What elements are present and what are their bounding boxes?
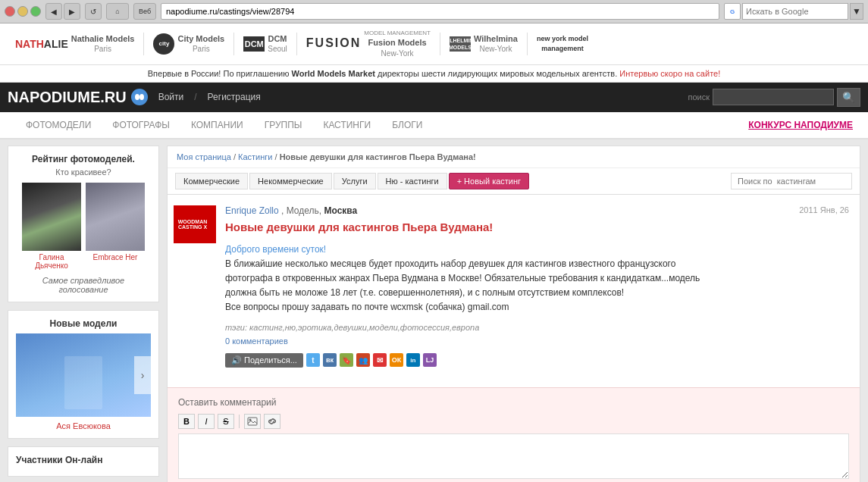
content-area: Рейтинг фотомоделей. Кто красивее? Галин…: [0, 146, 868, 482]
post-main: Enrique Zollo , Модель, Москва 2011 Янв,…: [225, 205, 849, 368]
menu-fotografy[interactable]: ФОТОГРАФЫ: [102, 112, 180, 138]
interview-link[interactable]: Интервью скоро на сайте!: [619, 69, 720, 78]
editor-divider: [239, 415, 240, 428]
woodman-logo: WOODMANCASTING X: [174, 205, 212, 243]
reload-btn[interactable]: ↺: [85, 3, 102, 20]
menu-gruppy[interactable]: ГРУППЫ: [254, 112, 313, 138]
main-search-input[interactable]: [713, 89, 834, 105]
editor-toolbar: B I S: [178, 414, 849, 429]
link-button[interactable]: [264, 414, 280, 429]
divider: [296, 33, 297, 55]
nymm-logo: new york modelmanagement: [537, 34, 588, 53]
sidebar: Рейтинг фотомоделей. Кто красивее? Галин…: [8, 146, 159, 482]
new-model-wrapper: ›: [16, 333, 151, 417]
vk-share-icon[interactable]: вк: [323, 353, 337, 367]
menu-fotomodeli[interactable]: ФОТОМОДЕЛИ: [15, 112, 102, 138]
tab-commercial[interactable]: Коммерческие: [175, 173, 248, 189]
speaker-icon: 🔊: [231, 355, 242, 365]
image-button[interactable]: [244, 414, 261, 429]
castings-search-input[interactable]: [731, 173, 852, 189]
rating-box: Рейтинг фотомоделей. Кто красивее? Галин…: [8, 146, 159, 302]
main-nav: NAPODIUME.RU Войти / Регистрация поиск 🔍: [0, 83, 868, 112]
divider: [527, 33, 528, 55]
bookmark-share-icon[interactable]: 🔖: [340, 353, 353, 367]
share-button[interactable]: 🔊 Поделиться...: [225, 353, 303, 368]
bold-button[interactable]: B: [178, 414, 195, 429]
rating-photos: ГалинаДьяченко Embrace Her: [16, 183, 151, 270]
breadcrumb: Моя страница / Кастинги / Новые девушки …: [168, 146, 860, 168]
header-banner: NATHALIE Nathalie Models Paris city City…: [0, 23, 868, 65]
register-link[interactable]: Регистрация: [205, 86, 264, 108]
brand-dcm: DCM DCM Seoul: [243, 33, 287, 54]
menu-kompanii[interactable]: КОМПАНИИ: [180, 112, 254, 138]
next-model-arrow[interactable]: ›: [134, 356, 151, 394]
svg-rect-2: [248, 418, 257, 425]
breadcrumb-castings[interactable]: Кастинги: [238, 152, 272, 161]
maximize-btn[interactable]: [30, 6, 41, 17]
svg-point-1: [139, 94, 144, 100]
person2-block: Embrace Her: [86, 183, 145, 270]
tab-services[interactable]: Услуги: [334, 173, 376, 189]
main-search-button[interactable]: 🔍: [837, 88, 860, 107]
brand-fusion: FUSION MODEL MANAGEMENT Fusion Models Ne…: [306, 30, 431, 58]
minimize-btn[interactable]: [17, 6, 28, 17]
home-btn[interactable]: ⌂: [106, 3, 129, 20]
share-bar: 🔊 Поделиться... t вк 🔖 👥 ✉ ОК in LJ: [225, 353, 849, 368]
contest-link[interactable]: КОНКУРС НАПОДИУМЕ: [748, 112, 853, 138]
person1-block: ГалинаДьяченко: [22, 183, 81, 270]
brand-nathalie: NATHALIE Nathalie Models Paris: [15, 33, 134, 54]
new-casting-button[interactable]: + Новый кастинг: [449, 173, 529, 189]
login-link[interactable]: Войти: [155, 86, 187, 108]
google-search-input[interactable]: [742, 3, 848, 20]
nav-arrows: ◀ ▶: [45, 3, 80, 20]
wilhelmina-logo-icon: WILHELMINAMODELS: [450, 36, 471, 52]
breadcrumb-current: Новые девушки для кастингов Пьера Вудман…: [280, 152, 476, 161]
close-btn[interactable]: [5, 6, 15, 17]
forward-btn[interactable]: ▶: [64, 3, 80, 20]
logo-butterfly-icon: [131, 89, 148, 105]
menu-kastingi[interactable]: КАСТИНГИ: [312, 112, 381, 138]
new-model-photo[interactable]: [16, 333, 151, 417]
twitter-share-icon[interactable]: t: [306, 353, 320, 367]
nathalie-logo: NATHALIE: [15, 37, 68, 51]
person1-photo[interactable]: [22, 183, 81, 251]
brands-list: NATHALIE Nathalie Models Paris city City…: [15, 30, 588, 58]
odnoklassniki-share-icon[interactable]: ОК: [390, 353, 403, 367]
google-search-btn[interactable]: ▼: [850, 3, 863, 20]
search-area: поиск 🔍: [688, 88, 860, 107]
browser-chrome: ◀ ▶ ↺ ⌂ Веб G ▼: [0, 0, 868, 23]
brand-wilhelmina: WILHELMINAMODELS Wilhelmina New-York: [450, 33, 518, 54]
divider: [440, 33, 440, 55]
nathalie-info: Nathalie Models Paris: [71, 33, 135, 54]
wilhelmina-info: Wilhelmina New-York: [474, 33, 518, 54]
svg-point-0: [135, 94, 139, 100]
dcm-info: DCM Seoul: [268, 33, 287, 54]
friends-share-icon[interactable]: 👥: [356, 353, 370, 367]
main-content: Моя страница / Кастинги / Новые девушки …: [167, 146, 860, 482]
comment-section: Оставить комментарий B I S: [168, 387, 860, 482]
address-bar[interactable]: [161, 3, 719, 20]
post-title[interactable]: Новые девушки для кастингов Пьера Вудман…: [225, 219, 849, 235]
menu-blogi[interactable]: БЛОГИ: [381, 112, 433, 138]
new-model-name: Ася Евсюкова: [16, 421, 151, 430]
post-body: Доброго времени суток! В ближайшие неско…: [225, 243, 849, 315]
livejournal-share-icon[interactable]: LJ: [423, 353, 437, 367]
comment-textarea[interactable]: [178, 433, 849, 479]
search-chrome-area: G ▼: [724, 3, 863, 20]
italic-button[interactable]: I: [198, 414, 215, 429]
strikethrough-button[interactable]: S: [218, 414, 234, 429]
casting-tabs: Коммерческие Некоммерческие Услуги Ню - …: [168, 168, 860, 195]
tab-nu[interactable]: Ню - кастинги: [378, 173, 447, 189]
email-share-icon[interactable]: ✉: [373, 353, 387, 367]
fusion-logo: FUSION: [306, 36, 361, 52]
tab-noncommercial[interactable]: Некоммерческие: [249, 173, 332, 189]
brand-nymm: new york modelmanagement: [537, 34, 588, 53]
city-info: City Models Paris: [177, 33, 224, 54]
back-btn[interactable]: ◀: [45, 3, 62, 20]
author-link[interactable]: Enrique Zollo: [225, 205, 279, 216]
post-author: Enrique Zollo , Модель, Москва: [225, 205, 357, 216]
post-logo: WOODMANCASTING X: [178, 205, 216, 243]
breadcrumb-home[interactable]: Моя страница: [177, 152, 231, 161]
linkedin-share-icon[interactable]: in: [406, 353, 420, 367]
person2-photo[interactable]: [86, 183, 145, 251]
